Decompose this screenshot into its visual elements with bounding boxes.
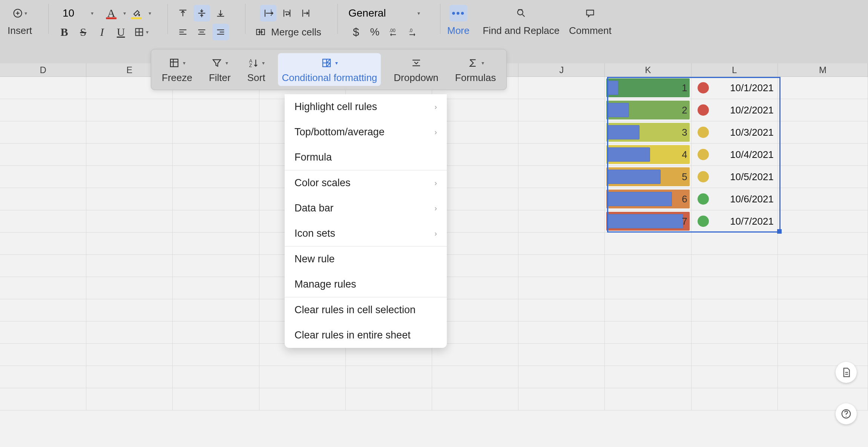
cell-L6[interactable]: 10/6/2021 bbox=[692, 188, 778, 210]
menu-item[interactable]: Clear rules in cell selection bbox=[285, 297, 447, 323]
cell-K2[interactable]: 2 bbox=[605, 99, 691, 121]
cell-K4[interactable]: 4 bbox=[605, 144, 691, 165]
underline-button[interactable]: U bbox=[113, 24, 129, 40]
cell-E15[interactable] bbox=[86, 388, 173, 410]
cell-J1[interactable] bbox=[518, 77, 605, 99]
menu-item[interactable]: Data bar› bbox=[285, 196, 447, 221]
cell-G14[interactable] bbox=[259, 366, 346, 388]
cell-J10[interactable] bbox=[518, 277, 605, 299]
column-header-L[interactable]: L bbox=[692, 63, 778, 77]
document-float-button[interactable] bbox=[836, 362, 857, 383]
dropdown-button[interactable]: Dropdown bbox=[390, 53, 442, 86]
cell-H14[interactable] bbox=[346, 366, 432, 388]
cell-M3[interactable] bbox=[778, 121, 868, 143]
cell-F11[interactable] bbox=[173, 299, 259, 321]
menu-item[interactable]: Manage rules bbox=[285, 272, 447, 297]
cell-M2[interactable] bbox=[778, 99, 868, 121]
cell-J12[interactable] bbox=[518, 321, 605, 343]
cell-L12[interactable] bbox=[692, 321, 778, 343]
cell-M4[interactable] bbox=[778, 144, 868, 165]
cell-K12[interactable] bbox=[605, 321, 691, 343]
cell-K14[interactable] bbox=[605, 366, 691, 388]
cell-F7[interactable] bbox=[173, 210, 259, 232]
cell-L10[interactable] bbox=[692, 277, 778, 299]
cell-J6[interactable] bbox=[518, 188, 605, 210]
cell-M15[interactable] bbox=[778, 388, 868, 410]
cell-D2[interactable] bbox=[0, 99, 86, 121]
comment-button[interactable] bbox=[582, 5, 598, 21]
cell-D8[interactable] bbox=[0, 233, 86, 254]
menu-item[interactable]: Clear rules in entire sheet bbox=[285, 323, 447, 348]
cell-F4[interactable] bbox=[173, 144, 259, 165]
cell-L2[interactable]: 10/2/2021 bbox=[692, 99, 778, 121]
cell-D1[interactable] bbox=[0, 77, 86, 99]
halign-left-button[interactable] bbox=[175, 24, 191, 40]
fill-color-button[interactable] bbox=[128, 5, 145, 21]
cell-G15[interactable] bbox=[259, 388, 346, 410]
cell-F13[interactable] bbox=[173, 344, 259, 366]
cell-J5[interactable] bbox=[518, 166, 605, 188]
decrease-decimal-button[interactable]: .0 bbox=[404, 24, 421, 40]
cell-J9[interactable] bbox=[518, 255, 605, 277]
cell-E12[interactable] bbox=[86, 321, 173, 343]
cell-E2[interactable] bbox=[86, 99, 173, 121]
cell-F6[interactable] bbox=[173, 188, 259, 210]
freeze-button[interactable]: ▾ Freeze bbox=[158, 53, 196, 86]
conditional-formatting-button[interactable]: ▾ Conditional formatting bbox=[278, 53, 381, 86]
menu-item[interactable]: New rule bbox=[285, 246, 447, 272]
column-header-K[interactable]: K bbox=[605, 63, 691, 77]
cell-J4[interactable] bbox=[518, 144, 605, 165]
cell-D12[interactable] bbox=[0, 321, 86, 343]
cell-J14[interactable] bbox=[518, 366, 605, 388]
halign-center-button[interactable] bbox=[193, 24, 210, 40]
cell-F14[interactable] bbox=[173, 366, 259, 388]
cell-E11[interactable] bbox=[86, 299, 173, 321]
column-header-J[interactable]: J bbox=[518, 63, 605, 77]
wrap-wrap-button[interactable] bbox=[279, 5, 295, 21]
wrap-overflow-button[interactable] bbox=[260, 5, 276, 21]
cell-E10[interactable] bbox=[86, 277, 173, 299]
cell-J8[interactable] bbox=[518, 233, 605, 254]
cell-K3[interactable]: 3 bbox=[605, 121, 691, 143]
cell-K13[interactable] bbox=[605, 344, 691, 366]
cell-F2[interactable] bbox=[173, 99, 259, 121]
cell-L8[interactable] bbox=[692, 233, 778, 254]
cell-K15[interactable] bbox=[605, 388, 691, 410]
cell-L1[interactable]: 10/1/2021 bbox=[692, 77, 778, 99]
more-button[interactable]: ••• bbox=[449, 5, 467, 21]
cell-M9[interactable] bbox=[778, 255, 868, 277]
cell-M5[interactable] bbox=[778, 166, 868, 188]
formulas-button[interactable]: ▾ Formulas bbox=[451, 53, 500, 86]
cell-D4[interactable] bbox=[0, 144, 86, 165]
cell-M13[interactable] bbox=[778, 344, 868, 366]
cell-D7[interactable] bbox=[0, 210, 86, 232]
cell-J2[interactable] bbox=[518, 99, 605, 121]
cell-L5[interactable]: 10/5/2021 bbox=[692, 166, 778, 188]
filter-button[interactable]: ▾ Filter bbox=[205, 53, 235, 86]
cell-F3[interactable] bbox=[173, 121, 259, 143]
cell-L7[interactable]: 10/7/2021 bbox=[692, 210, 778, 232]
cell-K7[interactable]: 7 bbox=[605, 210, 691, 232]
menu-item[interactable]: Icon sets› bbox=[285, 221, 447, 246]
valign-middle-button[interactable] bbox=[193, 5, 210, 21]
font-color-button[interactable]: A bbox=[103, 5, 120, 21]
cell-D13[interactable] bbox=[0, 344, 86, 366]
cell-D11[interactable] bbox=[0, 299, 86, 321]
cell-L13[interactable] bbox=[692, 344, 778, 366]
cell-E8[interactable] bbox=[86, 233, 173, 254]
strikethrough-button[interactable]: S bbox=[75, 24, 92, 40]
sort-button[interactable]: AZ▾ Sort bbox=[244, 53, 269, 86]
cell-K5[interactable]: 5 bbox=[605, 166, 691, 188]
cell-M1[interactable] bbox=[778, 77, 868, 99]
cell-D5[interactable] bbox=[0, 166, 86, 188]
cell-L4[interactable]: 10/4/2021 bbox=[692, 144, 778, 165]
find-replace-button[interactable] bbox=[513, 5, 529, 21]
cell-E9[interactable] bbox=[86, 255, 173, 277]
valign-bottom-button[interactable] bbox=[212, 5, 229, 21]
cell-E7[interactable] bbox=[86, 210, 173, 232]
cell-M12[interactable] bbox=[778, 321, 868, 343]
cell-K8[interactable] bbox=[605, 233, 691, 254]
cell-F9[interactable] bbox=[173, 255, 259, 277]
merge-cells-button[interactable] bbox=[252, 24, 269, 40]
cell-E6[interactable] bbox=[86, 188, 173, 210]
